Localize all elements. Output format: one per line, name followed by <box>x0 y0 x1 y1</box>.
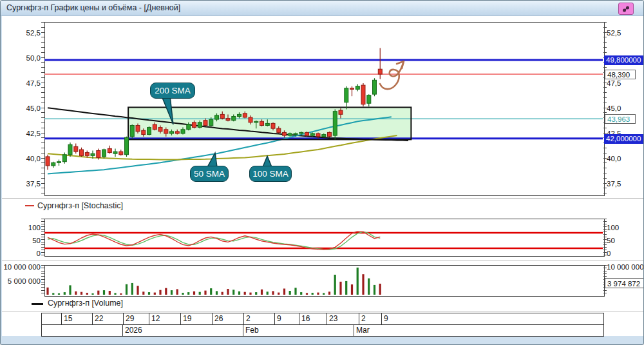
axis-tick-label: 5 000 000 <box>1 277 41 286</box>
axis-tick-label: 42,5 <box>1 129 41 138</box>
link-icon <box>621 5 630 13</box>
axis-tick-label: 37,5 <box>1 179 41 188</box>
pane-splitter[interactable] <box>2 261 643 261</box>
date-cell: 29 <box>123 313 149 324</box>
pane-splitter[interactable] <box>2 198 643 199</box>
date-cell: 9 <box>274 313 299 324</box>
volume-chart-area[interactable] <box>44 265 605 297</box>
date-cell: 2026 <box>122 325 243 336</box>
date-cell: 22 <box>92 313 123 324</box>
window-title: Сургнфгз-п График цены и объёма - [Дневн… <box>6 1 180 15</box>
axis-tick-label: 40,0 <box>1 154 41 163</box>
indicator-value-badge: 43,963 <box>605 114 636 124</box>
callout-100-sma[interactable]: 100 SMA <box>249 166 292 182</box>
link-window-button[interactable] <box>618 3 634 15</box>
axis-tick-label: 100 <box>607 223 619 232</box>
date-cell: 9 <box>381 313 603 324</box>
axis-tick-label: 52,5 <box>607 28 621 37</box>
stochastic-legend: Сургнфгз-п [Stochastic] <box>37 201 123 210</box>
time-axis-months: 2026FebMar <box>42 324 603 336</box>
stochastic-chart-area[interactable] <box>44 219 605 257</box>
date-cell: 2 <box>359 313 381 324</box>
axis-tick-label: 50,0 <box>1 54 41 63</box>
axis-tick-label: 0 <box>607 249 611 258</box>
price-level-badge-42.0[interactable]: 42,000000 <box>604 134 644 144</box>
pane-splitter[interactable] <box>2 311 643 311</box>
volume-value-badge: 3 974 872 <box>605 278 644 288</box>
date-cell: 16 <box>299 313 327 324</box>
axis-tick-label: 10 000 000 <box>1 262 41 271</box>
axis-ticks <box>41 219 44 255</box>
axis-tick-label: 100 <box>1 223 41 232</box>
axis-tick-label: 45,0 <box>1 104 41 113</box>
axis-ticks <box>41 22 44 195</box>
axis-tick-label: 45,0 <box>607 104 621 113</box>
chart-window: 52,552,550,050,047,547,545,045,042,542,5… <box>0 0 644 345</box>
stochastic-legend-swatch <box>25 205 34 206</box>
date-cell: Feb <box>243 325 354 336</box>
date-cell: 15 <box>61 313 92 324</box>
date-cell <box>42 325 122 336</box>
price-level-badge-49.8[interactable]: 49,800000 <box>604 55 644 65</box>
date-cell: 2 <box>243 313 274 324</box>
last-price-badge: 48,390 <box>605 70 636 79</box>
date-cell: 26 <box>212 313 243 324</box>
callout-50-sma[interactable]: 50 SMA <box>190 166 229 182</box>
window-titlebar[interactable]: Сургнфгз-п График цены и объёма - [Дневн… <box>1 1 643 16</box>
date-cell: 12 <box>149 313 180 324</box>
date-cell: Mar <box>354 325 603 336</box>
price-chart-area[interactable] <box>44 22 605 196</box>
callout-200-sma[interactable]: 200 SMA <box>150 83 195 99</box>
axis-tick-label: 47,5 <box>607 79 621 88</box>
time-axis[interactable]: 15222912192629162329 2026FebMar <box>41 313 604 337</box>
axis-ticks <box>41 265 44 295</box>
axis-tick-label: 40,0 <box>607 154 621 163</box>
volume-legend: Сургнфгз-п [Volume] <box>48 299 123 308</box>
date-cell <box>42 313 61 324</box>
axis-tick-label: 37,5 <box>607 179 621 188</box>
date-cell: 23 <box>327 313 359 324</box>
axis-tick-label: 50 <box>1 236 41 245</box>
date-cell: 19 <box>180 313 212 324</box>
axis-tick-label: 50 <box>607 236 615 245</box>
axis-tick-label: 0 <box>1 249 41 258</box>
time-axis-weeks: 15222912192629162329 <box>42 313 603 324</box>
axis-tick-label: 47,5 <box>1 79 41 88</box>
axis-tick-label: 10 000 000 <box>607 262 644 271</box>
axis-tick-label: 52,5 <box>1 28 41 37</box>
volume-legend-swatch <box>32 303 43 305</box>
